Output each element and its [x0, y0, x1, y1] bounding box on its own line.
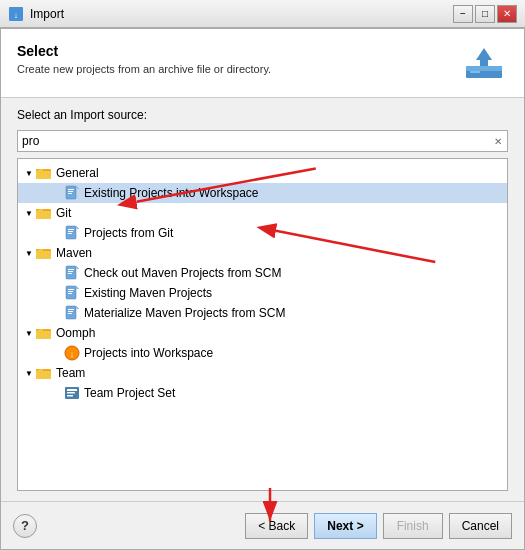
item-icon-existing-projects: [64, 185, 80, 201]
tree-label-materialize-maven: Materialize Maven Projects from SCM: [84, 306, 285, 320]
tree-item-materialize-maven[interactable]: Materialize Maven Projects from SCM: [18, 303, 507, 323]
folder-icon-maven: [36, 245, 52, 261]
folder-icon-git: [36, 205, 52, 221]
svg-marker-23: [76, 226, 79, 229]
svg-rect-40: [68, 309, 74, 310]
minimize-button[interactable]: −: [453, 5, 473, 23]
svg-rect-35: [68, 291, 73, 292]
svg-rect-34: [68, 289, 74, 290]
search-clear-icon[interactable]: ✕: [489, 132, 507, 150]
tree-toggle-git[interactable]: ▼: [22, 206, 36, 220]
svg-rect-9: [66, 186, 76, 199]
svg-marker-32: [76, 266, 79, 269]
tree-toggle-maven[interactable]: ▼: [22, 246, 36, 260]
filter-label: Select an Import source:: [17, 108, 508, 122]
svg-rect-27: [66, 266, 76, 279]
svg-text:↓: ↓: [70, 349, 75, 359]
svg-rect-41: [68, 311, 73, 312]
svg-rect-30: [68, 273, 72, 274]
tree-item-existing-projects[interactable]: Existing Projects into Workspace: [18, 183, 507, 203]
svg-rect-3: [466, 66, 502, 71]
dialog-footer: ? < Back Next > Finish Cancel: [1, 501, 524, 549]
tree-label-oomph: Oomph: [56, 326, 95, 340]
svg-rect-39: [66, 306, 76, 319]
svg-rect-17: [36, 211, 51, 219]
maximize-button[interactable]: □: [475, 5, 495, 23]
tree-item-oomph[interactable]: ▼ Oomph: [18, 323, 507, 343]
svg-rect-54: [67, 389, 77, 391]
tree-toggle-team[interactable]: ▼: [22, 366, 36, 380]
title-bar-buttons: − □ ✕: [453, 5, 517, 23]
item-icon-existing-maven: [64, 285, 80, 301]
title-icon: ↓: [8, 6, 24, 22]
tree-item-checkout-maven[interactable]: Check out Maven Projects from SCM: [18, 263, 507, 283]
svg-rect-18: [66, 226, 76, 239]
tree-item-projects-from-git[interactable]: Projects from Git: [18, 223, 507, 243]
svg-text:↓: ↓: [14, 10, 19, 20]
tree-label-existing-projects: Existing Projects into Workspace: [84, 186, 259, 200]
svg-rect-21: [68, 233, 72, 234]
footer-buttons: < Back Next > Finish Cancel: [245, 513, 512, 539]
tree-item-projects-into-workspace[interactable]: ↓ Projects into Workspace: [18, 343, 507, 363]
svg-rect-12: [68, 193, 72, 194]
tree-item-maven[interactable]: ▼ Maven: [18, 243, 507, 263]
title-bar: ↓ Import − □ ✕: [0, 0, 525, 28]
svg-rect-28: [68, 269, 74, 270]
tree-item-team-project-set[interactable]: Team Project Set: [18, 383, 507, 403]
finish-button[interactable]: Finish: [383, 513, 443, 539]
svg-marker-14: [76, 186, 79, 189]
svg-rect-19: [68, 229, 74, 230]
tree-label-existing-maven: Existing Maven Projects: [84, 286, 212, 300]
tree-label-team-project-set: Team Project Set: [84, 386, 175, 400]
item-icon-materialize-maven: [64, 305, 80, 321]
svg-marker-44: [76, 306, 79, 309]
tree-label-maven: Maven: [56, 246, 92, 260]
tree-toggle-general[interactable]: ▼: [22, 166, 36, 180]
tree-toggle-oomph[interactable]: ▼: [22, 326, 36, 340]
svg-marker-38: [76, 286, 79, 289]
svg-rect-10: [68, 189, 74, 190]
folder-icon-general: [36, 165, 52, 181]
next-button[interactable]: Next >: [314, 513, 376, 539]
tree-item-existing-maven[interactable]: Existing Maven Projects: [18, 283, 507, 303]
back-button[interactable]: < Back: [245, 513, 308, 539]
svg-rect-8: [36, 171, 51, 179]
tree-label-checkout-maven: Check out Maven Projects from SCM: [84, 266, 281, 280]
svg-rect-5: [470, 71, 480, 73]
item-icon-projects-into-workspace: ↓: [64, 345, 80, 361]
tree-item-git[interactable]: ▼ Git: [18, 203, 507, 223]
svg-rect-11: [68, 191, 73, 192]
svg-rect-20: [68, 231, 73, 232]
import-header-icon: [460, 43, 508, 83]
item-icon-team-project-set: [64, 385, 80, 401]
dialog-header: Select Create new projects from an archi…: [1, 29, 524, 98]
help-button[interactable]: ?: [13, 514, 37, 538]
search-row: ✕: [17, 130, 508, 152]
svg-rect-29: [68, 271, 73, 272]
svg-rect-26: [36, 251, 51, 259]
tree-label-projects-from-git: Projects from Git: [84, 226, 173, 240]
tree-label-git: Git: [56, 206, 71, 220]
title-bar-title: Import: [30, 7, 64, 21]
tree-label-team: Team: [56, 366, 85, 380]
tree-item-team[interactable]: ▼ Team: [18, 363, 507, 383]
dialog-title: Select: [17, 43, 460, 59]
folder-icon-team: [36, 365, 52, 381]
tree-container: ▼ General Existing Projects into Workspa…: [17, 158, 508, 491]
tree-item-general[interactable]: ▼ General: [18, 163, 507, 183]
tree-label-projects-into-workspace: Projects into Workspace: [84, 346, 213, 360]
import-dialog: Select Create new projects from an archi…: [0, 28, 525, 550]
svg-rect-56: [67, 395, 73, 397]
svg-rect-33: [66, 286, 76, 299]
tree-label-general: General: [56, 166, 99, 180]
dialog-body: Select an Import source: ✕ ▼ General Exi…: [1, 98, 524, 501]
svg-marker-4: [476, 48, 492, 66]
svg-rect-36: [68, 293, 72, 294]
folder-icon-oomph: [36, 325, 52, 341]
search-input[interactable]: [18, 132, 489, 150]
svg-rect-42: [68, 313, 72, 314]
svg-rect-52: [36, 371, 51, 379]
cancel-button[interactable]: Cancel: [449, 513, 512, 539]
item-icon-checkout-maven: [64, 265, 80, 281]
close-button[interactable]: ✕: [497, 5, 517, 23]
